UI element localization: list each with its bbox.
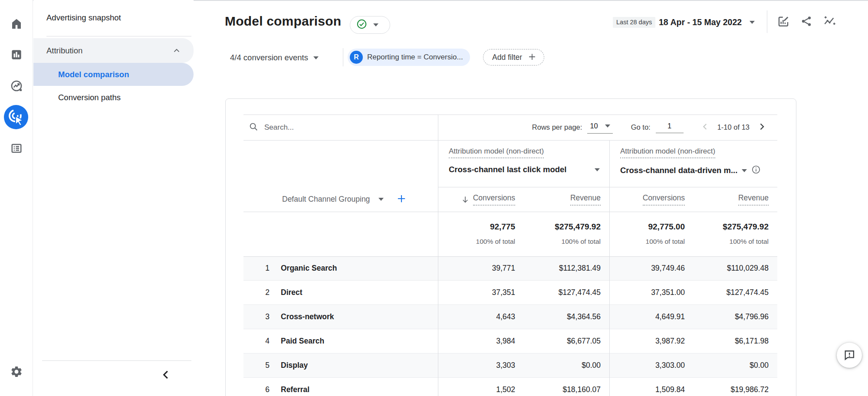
conversions-2-value: 39,749.46 — [609, 264, 694, 273]
add-dimension-button[interactable] — [396, 193, 407, 206]
dropdown-triangle-icon[interactable] — [378, 198, 384, 201]
dropdown-triangle-icon — [742, 169, 747, 172]
sort-descending-icon[interactable] — [461, 195, 470, 204]
share-report-button[interactable] — [799, 15, 813, 29]
pagination-range-text: 1-10 of 13 — [717, 123, 750, 131]
admin-settings-button[interactable] — [10, 365, 23, 379]
conversions-2-value: 4,649.91 — [609, 312, 694, 321]
dropdown-triangle-icon — [750, 21, 755, 24]
add-filter-button[interactable]: Add filter — [483, 49, 544, 65]
nav-item-conversion-paths[interactable]: Conversion paths — [33, 86, 194, 109]
date-range-picker[interactable]: 18 Apr - 15 May 2022 — [659, 16, 755, 29]
plus-icon — [527, 52, 537, 63]
reports-nav-button[interactable] — [10, 48, 23, 62]
table-row[interactable]: 1Organic Search 39,771 $112,381.49 39,74… — [243, 256, 777, 281]
chevron-up-icon — [172, 46, 181, 57]
conversion-events-selector[interactable]: 4/4 conversion events — [230, 51, 319, 64]
home-nav-button[interactable] — [10, 17, 23, 31]
table-divider — [243, 115, 777, 115]
metric-header-revenue-1: Revenue — [524, 187, 609, 212]
table-divider — [243, 212, 777, 212]
revenue-1-value: $0.00 — [524, 361, 609, 370]
next-page-button[interactable] — [756, 121, 768, 134]
edit-comparison-button[interactable] — [776, 15, 790, 29]
settings-gear-icon — [10, 365, 23, 380]
metric-header-label[interactable]: Revenue — [570, 193, 601, 206]
metric-header-label[interactable]: Conversions — [473, 193, 515, 206]
feedback-button[interactable] — [837, 343, 862, 368]
conversions-1-value: 3,984 — [438, 337, 524, 346]
total-share: 100% of total — [609, 238, 685, 245]
table-row[interactable]: 5Display 3,303 $0.00 3,303.00 $0.00 — [243, 353, 777, 378]
channel-name: Direct — [281, 288, 302, 297]
dimension-header-cell: Default Channel Grouping — [243, 187, 438, 212]
attribution-model-2-header[interactable]: Attribution model (non-direct) — [620, 147, 715, 158]
previous-page-button[interactable] — [699, 121, 711, 134]
reporting-time-filter-chip[interactable]: R Reporting time = Conversio... — [348, 49, 470, 66]
page-title: Model comparison — [225, 14, 341, 29]
info-icon[interactable] — [751, 165, 761, 176]
search-icon — [249, 122, 258, 133]
table-divider — [243, 140, 777, 141]
row-index: 6 — [262, 385, 270, 394]
conversions-1-value: 39,771 — [438, 264, 524, 273]
table-row[interactable]: 6Referral 1,502 $18,160.07 1,509.84 $19,… — [243, 378, 777, 396]
table-row[interactable]: 4Paid Search 3,984 $6,677.05 3,987.92 $6… — [243, 329, 777, 353]
conversions-2-value: 3,303.00 — [609, 361, 694, 370]
conversion-events-label: 4/4 conversion events — [230, 53, 308, 62]
revenue-2-value: $127,474.45 — [694, 288, 777, 297]
model-1-name: Cross-channel last click model — [449, 165, 566, 174]
insights-button[interactable] — [822, 15, 836, 29]
totals-revenue-1: $275,479.92 100% of total — [524, 212, 609, 256]
channel-name: Paid Search — [281, 337, 324, 346]
table-row[interactable]: 2Direct 37,351 $127,474.45 37,351.00 $12… — [243, 281, 777, 305]
total-value: 92,775 — [438, 222, 515, 232]
advertising-nav-button[interactable] — [4, 105, 28, 129]
metric-header-label[interactable]: Revenue — [738, 193, 769, 206]
attribution-model-1-select[interactable]: Cross-channel last click model — [449, 165, 609, 174]
conversions-2-value: 37,351.00 — [609, 288, 694, 297]
chevron-right-icon — [756, 121, 767, 133]
explore-nav-button[interactable] — [10, 79, 23, 93]
revenue-1-value: $127,474.45 — [524, 288, 609, 297]
search-input[interactable] — [264, 123, 395, 132]
ga4-advertising-workspace: Advertising snapshot Attribution Model c… — [0, 0, 868, 396]
metric-header-label[interactable]: Conversions — [643, 193, 685, 206]
nav-item-model-comparison[interactable]: Model comparison — [33, 63, 194, 86]
check-circle-icon — [356, 19, 367, 31]
report-status-dropdown[interactable] — [350, 16, 390, 34]
rows-per-page-select[interactable]: 10 — [587, 121, 612, 134]
go-to-page-input[interactable] — [656, 122, 684, 133]
row-index: 2 — [262, 288, 270, 297]
attribution-model-2-select[interactable]: Cross-channel data-driven m... — [620, 165, 777, 176]
model-comparison-table-card: Rows per page: 10 Go to: 1-10 of 13 Attr… — [225, 98, 796, 396]
revenue-2-value: $4,796.96 — [694, 312, 777, 321]
channel-name: Organic Search — [281, 264, 337, 273]
total-share: 100% of total — [524, 238, 601, 245]
conversions-1-value: 3,303 — [438, 361, 524, 370]
revenue-2-value: $0.00 — [694, 361, 777, 370]
revenue-2-value: $19,986.72 — [694, 385, 777, 394]
header-divider — [767, 10, 767, 33]
library-nav-button[interactable] — [10, 142, 23, 156]
attribution-model-1-header[interactable]: Attribution model (non-direct) — [449, 147, 544, 158]
share-icon — [800, 15, 812, 29]
collapse-nav-button[interactable] — [158, 368, 173, 383]
explore-icon — [10, 79, 23, 94]
total-share: 100% of total — [694, 238, 769, 245]
table-search — [243, 115, 438, 140]
nav-item-label: Conversion paths — [58, 93, 121, 102]
library-icon — [10, 142, 23, 156]
table-column-divider — [438, 115, 438, 396]
table-row[interactable]: 3Cross-network 4,643 $4,364.56 4,649.91 … — [243, 305, 777, 329]
total-value: 92,775.00 — [609, 222, 685, 232]
nav-section-title[interactable]: Advertising snapshot — [46, 13, 121, 23]
go-to-label: Go to: — [631, 123, 651, 131]
nav-group-attribution[interactable]: Attribution — [33, 38, 194, 63]
dimension-header-label[interactable]: Default Channel Grouping — [282, 195, 370, 204]
totals-conversions-2: 92,775.00 100% of total — [609, 212, 694, 256]
revenue-1-value: $6,677.05 — [524, 337, 609, 346]
metric-header-conversions-1: Conversions — [438, 187, 524, 212]
total-value: $275,479.92 — [524, 222, 601, 232]
channel-name: Referral — [281, 385, 309, 394]
